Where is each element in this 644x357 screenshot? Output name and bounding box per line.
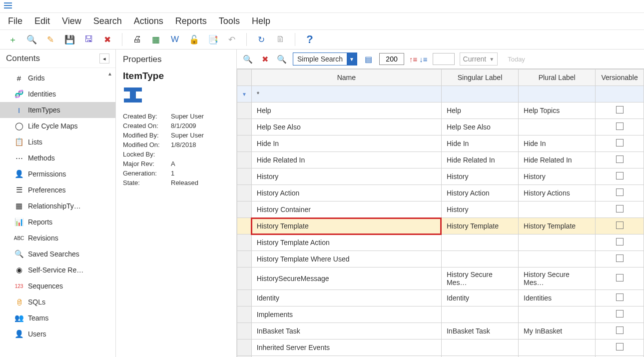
page-size-input[interactable] — [379, 53, 404, 65]
help-icon[interactable]: ? — [303, 33, 316, 46]
sidebar-item-methods[interactable]: ⋯Methods — [0, 150, 115, 166]
unlock-icon[interactable]: 🔓 — [187, 33, 200, 46]
row-selector[interactable] — [237, 323, 252, 340]
menu-help[interactable]: Help — [252, 16, 270, 26]
sidebar-item-revisions[interactable]: ABCRevisions — [0, 230, 115, 246]
menu-actions[interactable]: Actions — [134, 16, 163, 26]
col-name[interactable]: Name — [251, 70, 441, 86]
filter-plural[interactable] — [519, 86, 596, 102]
table-row[interactable]: IdentityIdentityIdentities — [237, 290, 644, 306]
sidebar-item-sqls[interactable]: 🛢SQLs — [0, 294, 115, 310]
col-singular[interactable]: Singular Label — [441, 70, 518, 86]
row-selector[interactable] — [237, 136, 252, 152]
copy-icon[interactable]: 📑 — [206, 33, 219, 46]
checkbox-icon[interactable] — [616, 139, 624, 146]
row-selector[interactable] — [237, 306, 252, 323]
row-selector[interactable] — [237, 251, 252, 268]
sidebar-item-grids[interactable]: #Grids — [0, 70, 115, 86]
table-row[interactable]: HistorySecureMessageHistory Secure Mes…H… — [237, 268, 644, 290]
row-selector[interactable] — [237, 152, 252, 168]
row-selector[interactable] — [237, 202, 252, 218]
checkbox-icon[interactable] — [616, 222, 624, 229]
saveas-icon[interactable]: 🖫 — [82, 33, 95, 46]
row-selector[interactable] — [237, 119, 252, 136]
checkbox-icon[interactable] — [616, 254, 624, 262]
sidebar-item-relationshipty-[interactable]: ▦RelationshipTy… — [0, 198, 115, 214]
sidebar-item-preferences[interactable]: ☰Preferences — [0, 182, 115, 198]
menu-view[interactable]: View — [62, 16, 81, 26]
table-row[interactable]: History Template Where Used — [237, 251, 644, 268]
row-selector[interactable] — [237, 218, 252, 234]
sort-asc-icon[interactable]: ↑≡ — [409, 55, 417, 64]
menu-toggle[interactable] — [0, 0, 644, 13]
sidebar-item-teams[interactable]: 👥Teams — [0, 310, 115, 326]
filter-box[interactable] — [433, 53, 455, 65]
table-row[interactable]: Help See AlsoHelp See Also — [237, 119, 644, 136]
col-versionable[interactable]: Versionable — [596, 70, 644, 86]
checkbox-icon[interactable] — [616, 156, 624, 163]
sidebar-item-users[interactable]: 👤Users — [0, 326, 115, 342]
table-row[interactable]: Implements — [237, 306, 644, 323]
sidebar-item-sequences[interactable]: 123Sequences — [0, 278, 115, 294]
col-plural[interactable]: Plural Label — [519, 70, 596, 86]
row-selector[interactable] — [237, 102, 252, 119]
checkbox-icon[interactable] — [616, 106, 624, 114]
menu-file[interactable]: File — [8, 16, 22, 26]
checkbox-icon[interactable] — [616, 294, 624, 301]
menu-search[interactable]: Search — [93, 16, 122, 26]
search-mode-select[interactable]: Simple Search ▼ — [293, 52, 357, 66]
checkbox-icon[interactable] — [616, 122, 624, 130]
page-icon[interactable]: ▤ — [362, 53, 374, 65]
refresh-icon[interactable]: ↻ — [255, 33, 268, 46]
word-icon[interactable]: W — [168, 33, 181, 46]
filter-indicator-icon[interactable]: ▼ — [237, 86, 252, 102]
new-icon[interactable]: ＋ — [6, 33, 19, 46]
filter-name[interactable]: * — [251, 86, 441, 102]
search-mode-icon[interactable]: 🔍 — [276, 53, 288, 65]
table-row[interactable]: History Template Action — [237, 234, 644, 251]
doc-icon[interactable]: 🗎 — [274, 33, 287, 46]
sidebar-item-reports[interactable]: 📊Reports — [0, 214, 115, 230]
edit-icon[interactable]: ✎ — [44, 33, 57, 46]
row-selector[interactable] — [237, 268, 252, 290]
table-row[interactable]: Hide InHide InHide In — [237, 136, 644, 152]
current-dropdown[interactable]: Current ▼ — [460, 52, 498, 66]
delete-icon[interactable]: ✖ — [101, 33, 114, 46]
menu-reports[interactable]: Reports — [175, 16, 207, 26]
scroll-up-icon[interactable]: ▲ — [107, 71, 112, 76]
filter-versionable[interactable] — [596, 86, 644, 102]
sidebar-item-life-cycle-maps[interactable]: ◯Life Cycle Maps — [0, 118, 115, 134]
excel-icon[interactable]: ▦ — [149, 33, 162, 46]
undo-icon[interactable]: ↶ — [225, 33, 238, 46]
print-icon[interactable]: 🖨 — [130, 33, 143, 46]
sidebar-item-itemtypes[interactable]: IItemTypes — [0, 102, 115, 118]
row-selector[interactable] — [237, 185, 252, 202]
menu-tools[interactable]: Tools — [219, 16, 240, 26]
sort-desc-icon[interactable]: ↓≡ — [419, 55, 427, 64]
table-row[interactable]: Hide Related InHide Related InHide Relat… — [237, 152, 644, 168]
checkbox-icon[interactable] — [616, 326, 624, 334]
table-row[interactable]: History ActionHistory ActionHistory Acti… — [237, 185, 644, 202]
checkbox-icon[interactable] — [616, 274, 624, 282]
row-selector[interactable] — [237, 340, 252, 356]
sidebar-collapse-button[interactable]: ◂ — [99, 54, 109, 64]
run-search-icon[interactable]: 🔍 — [242, 53, 254, 65]
clear-search-icon[interactable]: ✖ — [259, 53, 271, 65]
sidebar-item-identities[interactable]: 🧬Identities — [0, 86, 115, 102]
open-icon[interactable]: 🔍 — [25, 33, 38, 46]
row-selector[interactable] — [237, 290, 252, 306]
checkbox-icon[interactable] — [616, 188, 624, 196]
table-row[interactable]: InBasket TaskInBasket TaskMy InBasket — [237, 323, 644, 340]
sidebar-item-permissions[interactable]: 👤Permissions — [0, 166, 115, 182]
table-row[interactable]: HistoryHistoryHistory — [237, 168, 644, 185]
checkbox-icon[interactable] — [616, 343, 624, 350]
table-row[interactable]: Inherited Server Events — [237, 340, 644, 356]
sidebar-item-self-service-re-[interactable]: ◉Self-Service Re… — [0, 262, 115, 278]
table-row[interactable]: HelpHelpHelp Topics — [237, 102, 644, 119]
table-row[interactable]: History TemplateHistory TemplateHistory … — [237, 218, 644, 234]
menu-edit[interactable]: Edit — [34, 16, 50, 26]
filter-singular[interactable] — [441, 86, 518, 102]
checkbox-icon[interactable] — [616, 238, 624, 246]
row-selector[interactable] — [237, 234, 252, 251]
checkbox-icon[interactable] — [616, 205, 624, 212]
